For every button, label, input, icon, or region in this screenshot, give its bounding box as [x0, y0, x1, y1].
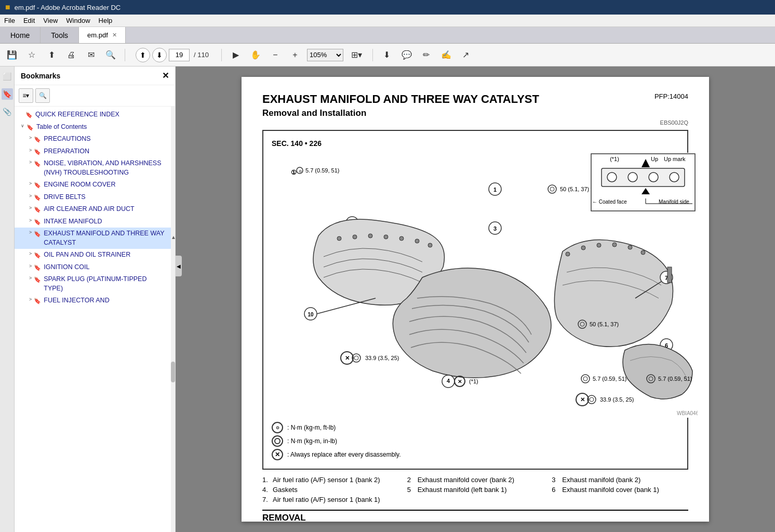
- svg-text:5.7 (0.59, 51): 5.7 (0.59, 51): [305, 167, 339, 174]
- parts-text-6: Exhaust manifold cover (bank 1): [562, 486, 659, 494]
- sidebar-collapse-button[interactable]: ◀: [176, 256, 182, 276]
- bookmark-icon-exhaust-manifold: 🔖: [34, 230, 41, 238]
- email-button[interactable]: ✉: [83, 47, 99, 63]
- bookmark-icon-oil-pan: 🔖: [34, 251, 41, 259]
- zoom-select[interactable]: 105% 100% 75% 150%: [307, 49, 343, 61]
- sidebar-content[interactable]: 🔖 QUICK REFERENCE INDEX ∨ 🔖 Table of Con…: [15, 107, 171, 532]
- zoom-out-button[interactable]: −: [268, 47, 283, 63]
- sidebar-tool-list[interactable]: ≡▾: [19, 88, 33, 103]
- sidebar-item-ignition-coil[interactable]: > 🔖 IGNITION COIL: [15, 261, 171, 274]
- svg-point-10: [670, 172, 679, 182]
- tab-document[interactable]: em.pdf ✕: [79, 27, 126, 43]
- menu-help[interactable]: Help: [99, 17, 113, 24]
- main-layout: ⬜ 🔖 📎 Bookmarks ✕ ≡▾ 🔍 🔖 QUICK REFERENCE…: [0, 66, 775, 532]
- share-button[interactable]: ↗: [458, 47, 474, 63]
- svg-text:33.9 (3.5, 25): 33.9 (3.5, 25): [600, 396, 634, 403]
- menu-view[interactable]: View: [43, 17, 58, 24]
- sidebar-item-fuel-injector[interactable]: > 🔖 FUEL INJECTOR AND: [15, 295, 171, 307]
- bookmarks-icon[interactable]: 🔖: [2, 88, 13, 100]
- sidebar-item-oil-pan[interactable]: > 🔖 OIL PAN AND OIL STRAINER: [15, 249, 171, 261]
- svg-point-56: [641, 250, 645, 255]
- window-title: em.pdf - Adobe Acrobat Reader DC: [15, 4, 121, 11]
- parts-num-7: 7.: [262, 496, 271, 503]
- tools-btn-1[interactable]: ⬇: [379, 47, 395, 63]
- zoom-in-button[interactable]: +: [287, 47, 303, 63]
- attachments-icon[interactable]: 📎: [2, 106, 13, 117]
- sign-button[interactable]: ✍: [438, 47, 454, 63]
- page-total: / 110: [194, 51, 209, 59]
- sidebar-label-intake-manifold: INTAKE MANIFOLD: [44, 217, 167, 227]
- sidebar-item-drive-belts[interactable]: > 🔖 DRIVE BELTS: [15, 191, 171, 204]
- sidebar-label-exhaust-manifold: EXHAUST MANIFOLD AND THREE WAY CATALYST: [44, 229, 167, 247]
- svg-rect-60: [667, 267, 672, 283]
- expand-arrow-spark-plug: >: [29, 275, 32, 282]
- parts-item-2: 2 Exhaust manifold cover (bank 2): [407, 476, 544, 484]
- tab-tools[interactable]: Tools: [41, 27, 79, 43]
- sidebar-scroll-arrow[interactable]: ▲: [171, 234, 175, 240]
- sidebar-item-quick-ref[interactable]: 🔖 QUICK REFERENCE INDEX: [15, 109, 171, 121]
- tab-close-button[interactable]: ✕: [112, 32, 117, 38]
- page-up-button[interactable]: ⬆: [136, 48, 150, 62]
- bookmark-add-button[interactable]: ☆: [24, 47, 39, 63]
- sidebar-item-spark-plug[interactable]: > 🔖 SPARK PLUG (PLATINUM-TIPPED TYPE): [15, 273, 171, 295]
- content-area[interactable]: ◀ EXHAUST MANIFOLD AND THREE WAY CATALYS…: [176, 66, 775, 532]
- legend-icon-nm-in: [272, 435, 283, 447]
- svg-text:10: 10: [308, 312, 314, 317]
- bookmark-icon-nvh: 🔖: [34, 160, 41, 168]
- sidebar-item-air-cleaner[interactable]: > 🔖 AIR CLEANER AND AIR DUCT: [15, 203, 171, 216]
- cursor-tool-button[interactable]: ▶: [228, 47, 244, 63]
- svg-text:50 (5.1, 37): 50 (5.1, 37): [560, 186, 589, 192]
- bookmark-icon-spark-plug: 🔖: [34, 276, 41, 284]
- menu-window[interactable]: Window: [66, 17, 90, 24]
- sidebar-label-air-cleaner: AIR CLEANER AND AIR DUCT: [44, 205, 167, 214]
- removal-header: REMOVAL: [262, 510, 688, 523]
- sidebar-item-nvh[interactable]: > 🔖 NOISE, VIBRATION, AND HARSHNESS (NVH…: [15, 157, 171, 179]
- toolbar: 💾 ☆ ⬆ 🖨 ✉ 🔍 ⬆ ⬇ / 110 ▶ ✋ − + 105% 100% …: [0, 44, 775, 66]
- sidebar-item-precautions[interactable]: > 🔖 PRECAUTIONS: [15, 133, 171, 145]
- tab-home[interactable]: Home: [0, 27, 41, 43]
- svg-point-8: [628, 172, 637, 182]
- sidebar-tool-search[interactable]: 🔍: [35, 88, 50, 103]
- bookmark-icon-toc: 🔖: [26, 124, 34, 131]
- sidebar-item-toc[interactable]: ∨ 🔖 Table of Contents: [15, 121, 171, 134]
- hand-tool-button[interactable]: ✋: [248, 47, 263, 63]
- sidebar-label-quick-ref: QUICK REFERENCE INDEX: [35, 110, 167, 119]
- svg-text:✕: ✕: [458, 379, 462, 384]
- pen-button[interactable]: ✏: [419, 47, 434, 63]
- sidebar-item-exhaust-manifold[interactable]: > 🔖 EXHAUST MANIFOLD AND THREE WAY CATAL…: [15, 228, 171, 249]
- save-button[interactable]: 💾: [4, 47, 20, 63]
- search-button[interactable]: 🔍: [103, 47, 118, 63]
- menu-file[interactable]: File: [4, 17, 15, 24]
- page-down-button[interactable]: ⬇: [152, 48, 167, 62]
- pages-icon[interactable]: ⬜: [2, 71, 13, 82]
- sidebar-close-button[interactable]: ✕: [162, 71, 169, 81]
- svg-text:(*1): (*1): [469, 378, 478, 384]
- upload-button[interactable]: ⬆: [44, 47, 59, 63]
- svg-text:5.7 (0.59, 51): 5.7 (0.59, 51): [658, 376, 692, 382]
- sidebar-scrollbar-thumb[interactable]: [171, 362, 175, 382]
- comment-button[interactable]: 💬: [399, 47, 415, 63]
- svg-text:3: 3: [493, 225, 497, 232]
- menu-bar: File Edit View Window Help: [0, 15, 775, 27]
- bookmark-icon-engine-room: 🔖: [34, 181, 41, 189]
- sidebar-scrollbar[interactable]: ▲: [171, 107, 175, 532]
- bookmark-icon-preparation: 🔖: [34, 148, 41, 156]
- app-icon: ■: [5, 3, 10, 12]
- bookmark-icon-intake-manifold: 🔖: [34, 218, 41, 226]
- menu-edit[interactable]: Edit: [23, 17, 35, 24]
- print-button[interactable]: 🖨: [63, 47, 79, 63]
- page-number-input[interactable]: [169, 49, 190, 61]
- expand-arrow: [21, 110, 23, 117]
- sidebar-item-engine-room[interactable]: > 🔖 ENGINE ROOM COVER: [15, 179, 171, 191]
- sidebar-item-preparation[interactable]: > 🔖 PREPARATION: [15, 145, 171, 158]
- sidebar-item-intake-manifold[interactable]: > 🔖 INTAKE MANIFOLD: [15, 216, 171, 228]
- bookmark-icon: 🔖: [25, 111, 33, 119]
- tab-bar: Home Tools em.pdf ✕: [0, 27, 775, 44]
- page-code: EBS00J2Q: [262, 119, 688, 126]
- expand-arrow-preparation: >: [29, 147, 32, 154]
- sidebar-label-fuel-injector: FUEL INJECTOR AND: [44, 296, 167, 305]
- fit-page-button[interactable]: ⊞▾: [348, 47, 366, 63]
- pdf-page: EXHAUST MANIFOLD AND THREE WAY CATALYST …: [242, 77, 709, 522]
- parts-list: 1. Air fuel ratio (A/F) sensor 1 (bank 2…: [262, 476, 688, 503]
- legend-item-replace: ✕ : Always replace after every disassemb…: [272, 449, 679, 460]
